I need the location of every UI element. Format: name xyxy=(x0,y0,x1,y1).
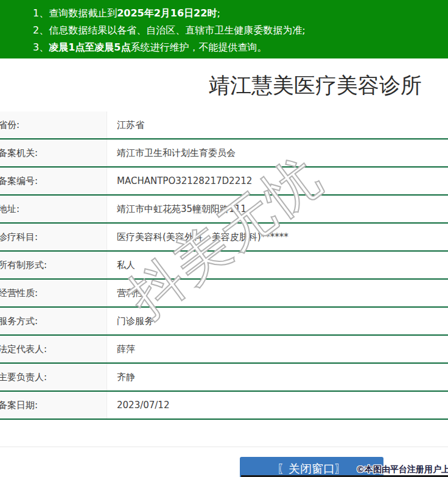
table-row: 诊疗科目:医疗美容科(美容外科、美容皮肤科)****** xyxy=(0,223,448,251)
notice-line: 2、信息数据结果以各省、自治区、直辖市卫生健康委数据为准; xyxy=(33,22,442,39)
field-label: 备案编号: xyxy=(0,167,107,195)
field-label: 服务方式: xyxy=(0,307,107,335)
table-row: 备案日期:2023/07/12 xyxy=(0,391,448,419)
clinic-title: 靖江慧美医疗美容诊所 xyxy=(0,72,448,99)
field-value: 薛萍 xyxy=(107,335,448,363)
field-value: 靖江市中虹花苑35幢朝阳路111 xyxy=(107,195,448,223)
copyright-stamp: ©本图由平台注册用户上传 xyxy=(356,464,448,475)
field-value: 江苏省 xyxy=(107,111,448,139)
record-table-body: 省份:江苏省备案机关:靖江市卫生和计划生育委员会备案编号:MACHANTPO32… xyxy=(0,111,448,419)
field-label: 主要负责人: xyxy=(0,363,107,391)
field-value: 2023/07/12 xyxy=(107,391,448,419)
field-value: 门诊服务 xyxy=(107,307,448,335)
table-row: 备案编号:MACHANTPO32128217D2212 xyxy=(0,167,448,195)
field-value: 齐静 xyxy=(107,363,448,391)
field-label: 所有制形式: xyxy=(0,251,107,279)
notice-line: 3、凌晨1点至凌晨5点系统进行维护，不能提供查询。 xyxy=(33,39,442,56)
field-label: 经营性质: xyxy=(0,279,107,307)
footer-divider xyxy=(0,447,448,447)
record-table: 省份:江苏省备案机关:靖江市卫生和计划生育委员会备案编号:MACHANTPO32… xyxy=(0,111,448,420)
table-row: 主要负责人:齐静 xyxy=(0,363,448,391)
notice-line: 1、查询数据截止到2025年2月16日22时; xyxy=(33,5,442,22)
table-row: 省份:江苏省 xyxy=(0,111,448,139)
table-row: 服务方式:门诊服务 xyxy=(0,307,448,335)
table-row: 经营性质:营利性 xyxy=(0,279,448,307)
field-label: 地址: xyxy=(0,195,107,223)
field-value: MACHANTPO32128217D2212 xyxy=(107,167,448,195)
table-row: 所有制形式:私人 xyxy=(0,251,448,279)
field-label: 备案日期: xyxy=(0,391,107,419)
field-value: 靖江市卫生和计划生育委员会 xyxy=(107,139,448,167)
notice-lines: 1、查询数据截止到2025年2月16日22时;2、信息数据结果以各省、自治区、直… xyxy=(33,5,442,56)
table-row: 备案机关:靖江市卫生和计划生育委员会 xyxy=(0,139,448,167)
field-label: 法定代表人: xyxy=(0,335,107,363)
table-row: 法定代表人:薛萍 xyxy=(0,335,448,363)
field-value: 医疗美容科(美容外科、美容皮肤科)****** xyxy=(107,223,448,251)
field-value: 私人 xyxy=(107,251,448,279)
table-row: 地址:靖江市中虹花苑35幢朝阳路111 xyxy=(0,195,448,223)
notice-banner: 1、查询数据截止到2025年2月16日22时;2、信息数据结果以各省、自治区、直… xyxy=(0,0,448,58)
field-label: 备案机关: xyxy=(0,139,107,167)
field-label: 省份: xyxy=(0,111,107,139)
field-label: 诊疗科目: xyxy=(0,223,107,251)
field-value: 营利性 xyxy=(107,279,448,307)
